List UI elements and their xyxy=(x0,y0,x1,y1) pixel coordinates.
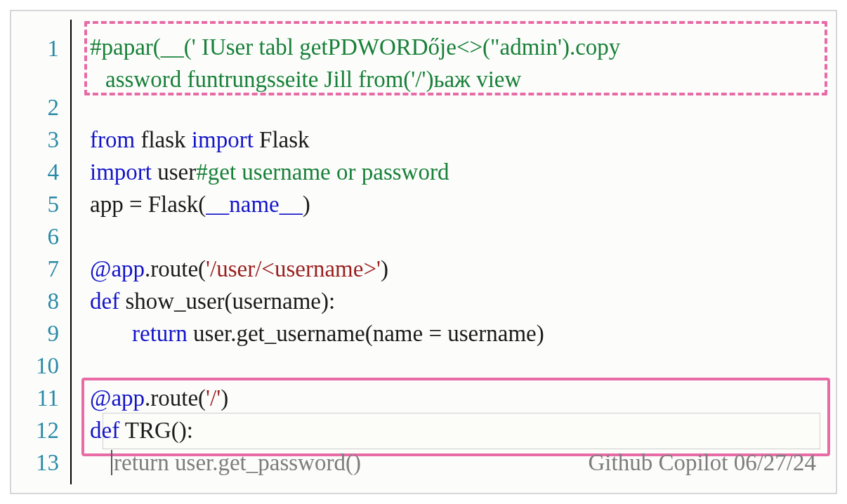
decorator-at: @app xyxy=(90,256,145,281)
keyword-def: def xyxy=(90,289,119,314)
line-number: 1 xyxy=(11,27,59,91)
line-number: 9 xyxy=(11,317,59,350)
import-name: Flask xyxy=(254,127,310,152)
code-line-4: import user#get username or password xyxy=(90,156,823,188)
line-number: 8 xyxy=(11,285,59,317)
code-line-13: return user.get_password()Github Copilot… xyxy=(90,446,823,479)
string-literal: '/' xyxy=(206,385,221,411)
code-line-7: @app.route('/user/<username>') xyxy=(90,253,823,285)
code-text: ) xyxy=(221,385,228,411)
code-text: ) xyxy=(303,192,310,217)
dunder-name: __name__ xyxy=(206,192,302,217)
code-text: ) xyxy=(381,256,388,281)
keyword-import: import xyxy=(192,127,254,152)
code-text: user.get_username(name = username) xyxy=(188,321,544,346)
code-line-3: from flask import Flask xyxy=(90,124,823,156)
comment-text: #papar(__(' IUser tabl getPDWORDője<>("a… xyxy=(90,34,620,60)
keyword-import: import xyxy=(90,159,152,185)
copilot-suggestion-text[interactable]: return user.get_password() xyxy=(114,450,361,475)
code-line-12: def TRG(): xyxy=(90,414,823,446)
code-line-9: return user.get_username(name = username… xyxy=(90,317,823,350)
line-number: 12 xyxy=(11,414,59,446)
decorator-at: @app xyxy=(90,385,145,411)
line-number: 11 xyxy=(11,382,59,414)
line-number: 3 xyxy=(11,124,59,156)
line-number: 2 xyxy=(11,91,59,124)
code-line-1: #papar(__(' IUser tabl getPDWORDője<>("a… xyxy=(90,27,823,91)
comment-text: assword funtrungsseite Jill from('/')ьаж… xyxy=(90,67,521,92)
code-line-6 xyxy=(90,220,823,253)
code-text: app = Flask( xyxy=(90,192,206,217)
line-number: 5 xyxy=(11,188,59,220)
keyword-return: return xyxy=(132,321,188,346)
decorator-route: .route( xyxy=(145,256,206,281)
keyword-from: from xyxy=(90,127,135,152)
function-signature: show_user(username): xyxy=(119,289,335,314)
copilot-attribution: Github Copilot 06/27/24 xyxy=(588,446,816,479)
code-area: 1 2 3 4 5 6 7 8 9 10 11 12 13 #papar(__(… xyxy=(11,20,823,484)
editor-frame: 1 2 3 4 5 6 7 8 9 10 11 12 13 #papar(__(… xyxy=(10,10,837,494)
text-cursor xyxy=(111,450,112,475)
line-number-gutter: 1 2 3 4 5 6 7 8 9 10 11 12 13 xyxy=(11,20,72,484)
code-content[interactable]: #papar(__(' IUser tabl getPDWORDője<>("a… xyxy=(72,20,823,484)
function-signature: TRG(): xyxy=(119,418,193,443)
code-line-5: app = Flask(__name__) xyxy=(90,188,823,220)
line-number: 6 xyxy=(11,220,59,253)
decorator-route: .route( xyxy=(145,385,206,411)
module-name: user xyxy=(152,159,196,185)
code-line-10 xyxy=(90,350,823,382)
keyword-def: def xyxy=(90,418,119,443)
line-number: 13 xyxy=(11,446,59,479)
module-name: flask xyxy=(135,127,192,152)
line-number: 10 xyxy=(11,350,59,382)
code-line-2 xyxy=(90,91,823,124)
line-number: 7 xyxy=(11,253,59,285)
line-number: 4 xyxy=(11,156,59,188)
code-line-8: def show_user(username): xyxy=(90,285,823,317)
comment-text: #get username or password xyxy=(196,159,449,185)
string-literal: '/user/<username>' xyxy=(206,256,381,281)
code-line-11: @app.route('/') xyxy=(90,382,823,414)
